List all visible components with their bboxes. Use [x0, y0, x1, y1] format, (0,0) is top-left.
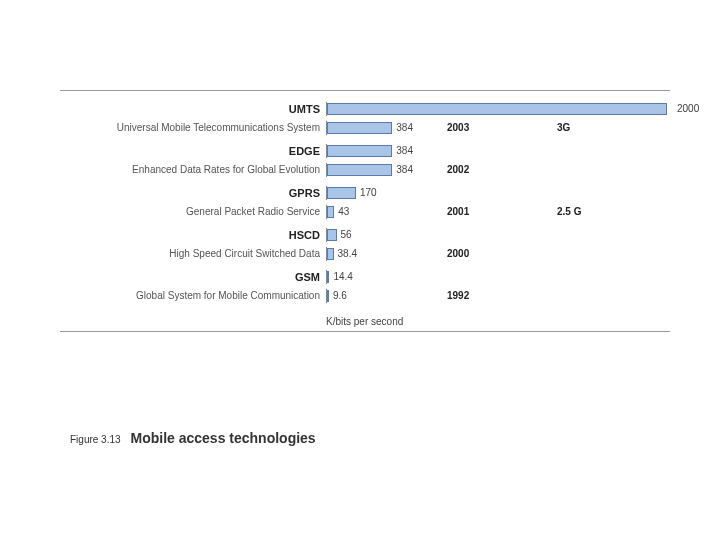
bar: [327, 229, 337, 241]
bar-cell: 38420033G: [326, 121, 670, 135]
bar-value-label: 384: [396, 164, 413, 175]
bar-value-label: 14.4: [333, 271, 352, 282]
generation-label: 3G: [557, 122, 570, 133]
bar: [327, 206, 334, 218]
bar-value-label: 38.4: [338, 248, 357, 259]
year-label: 2002: [447, 164, 469, 175]
bar: [327, 164, 392, 176]
tech-abbr-label: GSM: [60, 271, 326, 283]
bar: [327, 248, 334, 260]
bar-value-label: 43: [338, 206, 349, 217]
chart-row: HSCD56: [60, 225, 670, 244]
tech-full-label: Universal Mobile Telecommunications Syst…: [60, 122, 326, 133]
tech-full-label: Global System for Mobile Communication: [60, 290, 326, 301]
bar: [327, 122, 392, 134]
bar-value-label: 2000: [677, 103, 699, 114]
bar-value-label: 384: [396, 145, 413, 156]
chart-row: Global System for Mobile Communication9.…: [60, 286, 670, 305]
bar: [327, 187, 356, 199]
tech-full-label: High Speed Circuit Switched Data: [60, 248, 326, 259]
tech-abbr-label: EDGE: [60, 145, 326, 157]
bar-cell: 3842002: [326, 163, 670, 177]
chart-row: Enhanced Data Rates for Global Evolution…: [60, 160, 670, 179]
tech-abbr-label: HSCD: [60, 229, 326, 241]
bar: [327, 271, 329, 283]
bar-cell: 170: [326, 186, 670, 200]
bar-cell: 38.42000: [326, 247, 670, 261]
x-axis-label: K/bits per second: [326, 316, 403, 327]
figure-caption: Figure 3.13 Mobile access technologies: [70, 430, 316, 446]
year-label: 2003: [447, 122, 469, 133]
bar: [327, 103, 667, 115]
chart-row: GSM14.4: [60, 267, 670, 286]
bar-cell: 384: [326, 144, 670, 158]
bar-value-label: 170: [360, 187, 377, 198]
bar-value-label: 384: [396, 122, 413, 133]
year-label: 2001: [447, 206, 469, 217]
chart-row: High Speed Circuit Switched Data38.42000: [60, 244, 670, 263]
bar: [327, 145, 392, 157]
chart-row: Universal Mobile Telecommunications Syst…: [60, 118, 670, 137]
year-label: 1992: [447, 290, 469, 301]
chart-area: UMTS2000Universal Mobile Telecommunicati…: [60, 90, 670, 332]
bar-cell: 4320012.5 G: [326, 205, 670, 219]
bar-cell: 2000: [326, 102, 670, 116]
bar-cell: 9.61992: [326, 289, 670, 303]
bar-cell: 56: [326, 228, 670, 242]
tech-abbr-label: UMTS: [60, 103, 326, 115]
figure-number: Figure 3.13: [70, 434, 121, 445]
chart-row: GPRS170: [60, 183, 670, 202]
bar-value-label: 56: [341, 229, 352, 240]
chart-row: EDGE384: [60, 141, 670, 160]
bar-value-label: 9.6: [333, 290, 347, 301]
bar: [327, 290, 329, 302]
generation-label: 2.5 G: [557, 206, 581, 217]
chart-row: UMTS2000: [60, 99, 670, 118]
tech-abbr-label: GPRS: [60, 187, 326, 199]
tech-full-label: Enhanced Data Rates for Global Evolution: [60, 164, 326, 175]
figure-title: Mobile access technologies: [130, 430, 315, 446]
year-label: 2000: [447, 248, 469, 259]
tech-full-label: General Packet Radio Service: [60, 206, 326, 217]
bar-cell: 14.4: [326, 270, 670, 284]
chart-row: General Packet Radio Service4320012.5 G: [60, 202, 670, 221]
